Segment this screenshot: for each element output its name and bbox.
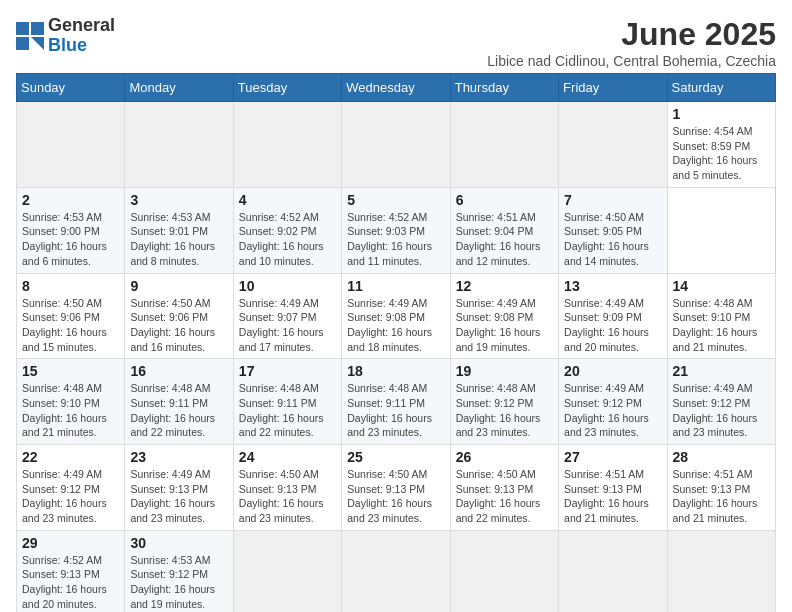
dow-header-monday: Monday (125, 74, 233, 102)
calendar-day-6: 6 Sunrise: 4:51 AMSunset: 9:04 PMDayligh… (450, 187, 558, 273)
month-title: June 2025 (487, 16, 776, 53)
calendar-day-14: 14 Sunrise: 4:48 AMSunset: 9:10 PMDaylig… (667, 273, 775, 359)
calendar-day-10: 10 Sunrise: 4:49 AMSunset: 9:07 PMDaylig… (233, 273, 341, 359)
calendar-day-26: 26 Sunrise: 4:50 AMSunset: 9:13 PMDaylig… (450, 445, 558, 531)
calendar-day-22: 22 Sunrise: 4:49 AMSunset: 9:12 PMDaylig… (17, 445, 125, 531)
calendar-day-18: 18 Sunrise: 4:48 AMSunset: 9:11 PMDaylig… (342, 359, 450, 445)
empty-cell (17, 102, 125, 188)
calendar-day-21: 21 Sunrise: 4:49 AMSunset: 9:12 PMDaylig… (667, 359, 775, 445)
calendar-day-16: 16 Sunrise: 4:48 AMSunset: 9:11 PMDaylig… (125, 359, 233, 445)
empty-cell (559, 102, 667, 188)
calendar-day-5: 5 Sunrise: 4:52 AMSunset: 9:03 PMDayligh… (342, 187, 450, 273)
location-subtitle: Libice nad Cidlinou, Central Bohemia, Cz… (487, 53, 776, 69)
calendar-day-2: 2 Sunrise: 4:53 AMSunset: 9:00 PMDayligh… (17, 187, 125, 273)
svg-rect-2 (16, 37, 29, 50)
calendar-day-3: 3 Sunrise: 4:53 AMSunset: 9:01 PMDayligh… (125, 187, 233, 273)
calendar-day-19: 19 Sunrise: 4:48 AMSunset: 9:12 PMDaylig… (450, 359, 558, 445)
dow-header-wednesday: Wednesday (342, 74, 450, 102)
empty-cell (342, 102, 450, 188)
calendar-body: 1 Sunrise: 4:54 AMSunset: 8:59 PMDayligh… (17, 102, 776, 613)
calendar-day-9: 9 Sunrise: 4:50 AMSunset: 9:06 PMDayligh… (125, 273, 233, 359)
empty-cell (233, 102, 341, 188)
calendar-day-29: 29 Sunrise: 4:52 AMSunset: 9:13 PMDaylig… (17, 530, 125, 612)
calendar-day-25: 25 Sunrise: 4:50 AMSunset: 9:13 PMDaylig… (342, 445, 450, 531)
calendar-day-11: 11 Sunrise: 4:49 AMSunset: 9:08 PMDaylig… (342, 273, 450, 359)
calendar-day-4: 4 Sunrise: 4:52 AMSunset: 9:02 PMDayligh… (233, 187, 341, 273)
calendar-day-12: 12 Sunrise: 4:49 AMSunset: 9:08 PMDaylig… (450, 273, 558, 359)
logo-blue-text: Blue (48, 35, 87, 55)
svg-rect-0 (16, 22, 29, 35)
empty-cell (342, 530, 450, 612)
calendar-day-20: 20 Sunrise: 4:49 AMSunset: 9:12 PMDaylig… (559, 359, 667, 445)
empty-cell (559, 530, 667, 612)
header: General Blue June 2025 Libice nad Cidlin… (16, 16, 776, 69)
dow-header-tuesday: Tuesday (233, 74, 341, 102)
calendar-day-17: 17 Sunrise: 4:48 AMSunset: 9:11 PMDaylig… (233, 359, 341, 445)
calendar-day-15: 15 Sunrise: 4:48 AMSunset: 9:10 PMDaylig… (17, 359, 125, 445)
calendar-week-1: 1 Sunrise: 4:54 AMSunset: 8:59 PMDayligh… (17, 102, 776, 188)
calendar-day-27: 27 Sunrise: 4:51 AMSunset: 9:13 PMDaylig… (559, 445, 667, 531)
svg-rect-1 (31, 22, 44, 35)
calendar-day-8: 8 Sunrise: 4:50 AMSunset: 9:06 PMDayligh… (17, 273, 125, 359)
calendar-day-1: 1 Sunrise: 4:54 AMSunset: 8:59 PMDayligh… (667, 102, 775, 188)
empty-cell (450, 530, 558, 612)
empty-cell (125, 102, 233, 188)
logo: General Blue (16, 16, 115, 56)
logo-icon (16, 22, 44, 50)
calendar-week-5: 22 Sunrise: 4:49 AMSunset: 9:12 PMDaylig… (17, 445, 776, 531)
calendar-day-13: 13 Sunrise: 4:49 AMSunset: 9:09 PMDaylig… (559, 273, 667, 359)
days-of-week-row: SundayMondayTuesdayWednesdayThursdayFrid… (17, 74, 776, 102)
calendar-week-2: 2 Sunrise: 4:53 AMSunset: 9:00 PMDayligh… (17, 187, 776, 273)
dow-header-friday: Friday (559, 74, 667, 102)
calendar-week-4: 15 Sunrise: 4:48 AMSunset: 9:10 PMDaylig… (17, 359, 776, 445)
empty-cell (450, 102, 558, 188)
logo-general-text: General (48, 15, 115, 35)
empty-cell (667, 530, 775, 612)
svg-marker-3 (31, 37, 44, 50)
calendar-day-7: 7 Sunrise: 4:50 AMSunset: 9:05 PMDayligh… (559, 187, 667, 273)
calendar-week-6: 29 Sunrise: 4:52 AMSunset: 9:13 PMDaylig… (17, 530, 776, 612)
calendar-day-30: 30 Sunrise: 4:53 AMSunset: 9:12 PMDaylig… (125, 530, 233, 612)
calendar-day-28: 28 Sunrise: 4:51 AMSunset: 9:13 PMDaylig… (667, 445, 775, 531)
title-block: June 2025 Libice nad Cidlinou, Central B… (487, 16, 776, 69)
calendar-day-23: 23 Sunrise: 4:49 AMSunset: 9:13 PMDaylig… (125, 445, 233, 531)
dow-header-sunday: Sunday (17, 74, 125, 102)
dow-header-thursday: Thursday (450, 74, 558, 102)
calendar-day-24: 24 Sunrise: 4:50 AMSunset: 9:13 PMDaylig… (233, 445, 341, 531)
empty-cell (233, 530, 341, 612)
dow-header-saturday: Saturday (667, 74, 775, 102)
calendar-table: SundayMondayTuesdayWednesdayThursdayFrid… (16, 73, 776, 612)
calendar-week-3: 8 Sunrise: 4:50 AMSunset: 9:06 PMDayligh… (17, 273, 776, 359)
